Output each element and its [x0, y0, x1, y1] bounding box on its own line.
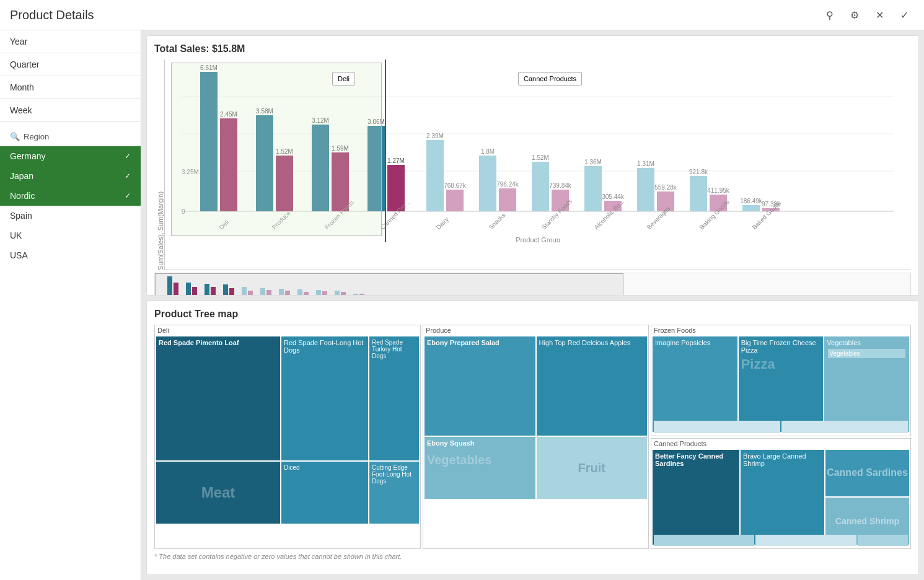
- region-germany[interactable]: Germany ✓: [0, 146, 141, 166]
- svg-text:1.27M: 1.27M: [387, 157, 405, 164]
- search-icon: 🔍: [10, 132, 20, 141]
- svg-rect-34: [499, 188, 516, 211]
- chart-panel: Total Sales: $15.8M Sum(Sales), Sum(Marg…: [146, 35, 919, 296]
- treemap-container: Deli Red Spade Pimento Loaf Red Spade Fo…: [154, 325, 911, 549]
- region-uk[interactable]: UK: [0, 226, 141, 245]
- svg-text:739.84k: 739.84k: [549, 182, 572, 189]
- svg-text:921.8k: 921.8k: [689, 169, 708, 175]
- treemap-canned-section: Canned Products Better Fancy Canned Sard…: [651, 438, 911, 550]
- region-label: Region: [24, 132, 49, 141]
- tm-tile-apples: High Top Red Delcious Apples: [537, 336, 648, 436]
- bars-container: Deli Canned Products: [164, 59, 911, 270]
- tm-tile-fruit: Fruit: [537, 437, 648, 499]
- body: Year Quarter Month Week 🔍 Region Germany…: [0, 30, 924, 580]
- tm-tile-salad: Ebony Prepared Salad: [425, 336, 535, 436]
- tm-tile-popsicles: Imagine Popsicles: [653, 336, 737, 432]
- close-icon[interactable]: ✕: [869, 5, 889, 25]
- treemap-deli-label: Deli: [155, 325, 420, 335]
- tm-tile-sardines: Better Fancy Canned Sardines: [653, 450, 739, 545]
- svg-rect-29: [446, 190, 464, 211]
- tm-tile-diced: Diced: [281, 462, 368, 524]
- region-nordic[interactable]: Nordic ✓: [0, 186, 141, 206]
- svg-text:768.67k: 768.67k: [444, 182, 467, 189]
- main-content: Total Sales: $15.8M Sum(Sales), Sum(Marg…: [141, 30, 924, 580]
- tm-tile-cutting: Cutting Edge Foot-Long Hot Dogs: [369, 462, 419, 524]
- minimap-handle[interactable]: [155, 273, 623, 296]
- region-spain[interactable]: Spain: [0, 206, 141, 226]
- svg-text:1.52M: 1.52M: [532, 154, 549, 161]
- tm-tile-meat: Meat: [156, 462, 280, 524]
- region-japan[interactable]: Japan ✓: [0, 166, 141, 186]
- header-icons: ⚲ ⚙ ✕ ✓: [820, 5, 914, 25]
- search-mode-icon[interactable]: ⚲: [820, 5, 840, 25]
- svg-text:2.39M: 2.39M: [426, 133, 444, 139]
- settings-icon[interactable]: ⚙: [845, 5, 865, 25]
- chart-area: Sum(Sales), Sum(Margin) Deli Canned Prod…: [154, 59, 911, 270]
- treemap-canned-bottom: [654, 535, 908, 546]
- svg-text:796.24k: 796.24k: [496, 181, 519, 188]
- svg-rect-52: [690, 176, 707, 211]
- svg-text:411.95k: 411.95k: [707, 187, 730, 194]
- tm-tile-turkey: Red Spade Turkey Hot Dogs: [369, 336, 419, 460]
- svg-text:1.36M: 1.36M: [584, 159, 602, 165]
- tm-tile-shrimp: Bravo Large Canned Shrimp: [741, 450, 824, 545]
- region-header: 🔍 Region: [0, 127, 141, 146]
- svg-rect-47: [637, 168, 654, 211]
- header: Product Details ⚲ ⚙ ✕ ✓: [0, 0, 924, 30]
- confirm-icon[interactable]: ✓: [894, 5, 914, 25]
- tm-tile-frozen-misc: Vegetables Vegetables: [824, 336, 909, 432]
- treemap-frozen-label: Frozen Foods: [651, 325, 910, 335]
- filter-year[interactable]: Year: [0, 30, 141, 53]
- filter-week[interactable]: Week: [0, 99, 141, 122]
- svg-rect-27: [426, 140, 444, 211]
- svg-rect-42: [584, 166, 602, 211]
- disclaimer: * The data set contains negative or zero…: [154, 553, 911, 560]
- chart-title: Total Sales: $15.8M: [154, 43, 911, 55]
- treemap-frozen-bottom: [654, 421, 908, 433]
- svg-text:Product Group: Product Group: [516, 236, 560, 242]
- treemap-title: Product Tree map: [154, 309, 911, 320]
- svg-text:186.49k: 186.49k: [740, 198, 763, 204]
- tooltip-deli: Deli: [332, 72, 355, 86]
- check-nordic: ✓: [125, 191, 131, 200]
- svg-text:Dairy: Dairy: [435, 216, 450, 231]
- filter-quarter[interactable]: Quarter: [0, 53, 141, 76]
- svg-text:Snacks: Snacks: [488, 211, 507, 231]
- svg-text:559.28k: 559.28k: [654, 184, 677, 191]
- chart-minimap[interactable]: [154, 273, 911, 296]
- region-section: 🔍 Region Germany ✓ Japan ✓ Nordic ✓ Spai…: [0, 127, 141, 265]
- filter-month[interactable]: Month: [0, 76, 141, 99]
- check-germany: ✓: [125, 152, 131, 160]
- treemap-deli-section: Deli Red Spade Pimento Loaf Red Spade Fo…: [154, 325, 421, 549]
- tm-tile-squash: Ebony Squash Vegetables: [425, 437, 535, 499]
- svg-rect-57: [742, 205, 760, 211]
- treemap-panel: Product Tree map Deli Red Spade Pimento …: [146, 301, 919, 575]
- page-title: Product Details: [10, 8, 820, 22]
- treemap-canned-label: Canned Products: [651, 439, 910, 449]
- tm-tile-footlong: Red Spade Foot-Long Hot Dogs: [281, 336, 368, 460]
- svg-text:1.8M: 1.8M: [481, 148, 495, 155]
- treemap-produce-label: Produce: [423, 325, 648, 335]
- svg-rect-37: [532, 162, 549, 211]
- svg-text:1.31M: 1.31M: [637, 160, 654, 167]
- tm-tile-pimento: Red Spade Pimento Loaf: [156, 336, 280, 460]
- treemap-right-col: Frozen Foods Imagine Popsicles Big Time …: [651, 325, 911, 549]
- svg-rect-32: [479, 156, 496, 211]
- tooltip-canned: Canned Products: [518, 72, 582, 86]
- check-japan: ✓: [125, 172, 131, 180]
- region-usa[interactable]: USA: [0, 245, 141, 265]
- y-axis-label: Sum(Sales), Sum(Margin): [154, 59, 164, 270]
- tm-tile-pizza: Big Time Frozen Cheese Pizza Pizza: [739, 336, 824, 432]
- treemap-frozen-section: Frozen Foods Imagine Popsicles Big Time …: [651, 325, 911, 436]
- treemap-produce-section: Produce Ebony Prepared Salad High Top Re…: [423, 325, 649, 549]
- tm-tile-canned-right: Canned Sardines Canned Shrimp: [825, 450, 909, 545]
- sidebar: Year Quarter Month Week 🔍 Region Germany…: [0, 30, 141, 580]
